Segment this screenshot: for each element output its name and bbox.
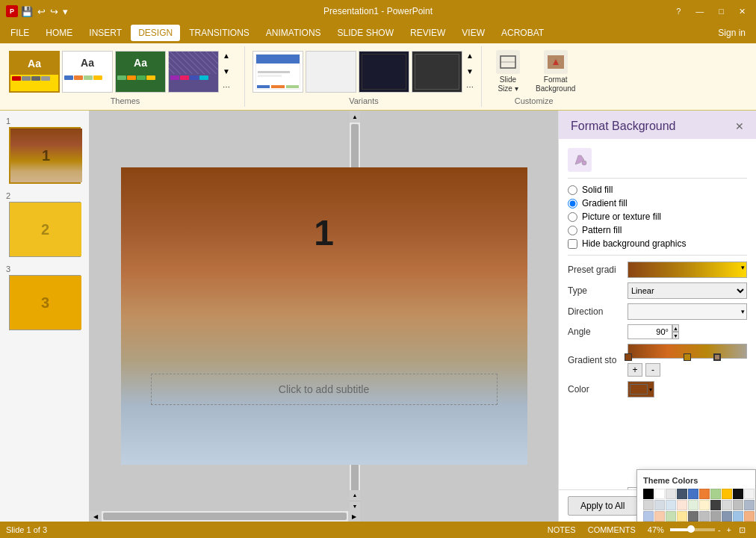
hide-graphics-checkbox[interactable] (568, 239, 577, 249)
scroll-right-button[interactable]: ▶ (348, 511, 360, 522)
gradient-fill-option[interactable]: Gradient fill (568, 198, 747, 208)
format-background-ribbon-label: FormatBackground (536, 75, 575, 93)
themes-label: Themes (9, 96, 241, 107)
gradient-stop-2[interactable] (684, 353, 691, 361)
theme-color-cell[interactable] (699, 489, 710, 489)
type-select[interactable]: Linear Radial Rectangular (628, 282, 747, 299)
add-stop-button[interactable]: + (628, 363, 642, 377)
menu-bar: FILE HOME INSERT DESIGN TRANSITIONS ANIM… (0, 22, 756, 43)
apply-button[interactable]: Apply to All (568, 496, 637, 516)
help-button[interactable]: ? (672, 5, 685, 17)
menu-slideshow[interactable]: SLIDE SHOW (330, 25, 401, 41)
format-background-icon (544, 50, 568, 74)
slide-number-3: 3 (3, 265, 86, 273)
theme-3[interactable]: Aa (115, 51, 166, 93)
angle-input[interactable] (628, 324, 672, 339)
undo-button[interactable]: ↩ (37, 6, 46, 17)
save-button[interactable]: 💾 (21, 6, 33, 17)
fit-slide-button[interactable]: ⊡ (734, 525, 750, 535)
slide-size-button[interactable]: SlideSize ▾ (489, 47, 527, 96)
variant-2[interactable] (306, 51, 356, 93)
variants-group: ▲ ▼ ⋯ Variants (247, 46, 482, 107)
theme-2[interactable]: Aa (62, 51, 113, 93)
zoom-slider[interactable] (670, 528, 715, 531)
theme-color-cell[interactable] (710, 489, 721, 489)
slide-thumbnail-1[interactable]: 1 (9, 127, 81, 184)
menu-animations[interactable]: ANIMATIONS (258, 25, 329, 41)
zoom-out-button[interactable]: - (715, 525, 724, 534)
remove-stop-button[interactable]: - (645, 363, 660, 377)
slide-number-1: 1 (3, 117, 86, 126)
menu-design[interactable]: DESIGN (131, 25, 180, 41)
scroll-corner-bottom[interactable]: ▼ (350, 501, 360, 512)
window-title: Presentation1 - PowerPoint (323, 6, 433, 16)
gradient-fill-radio[interactable] (568, 199, 577, 208)
canvas-area: ▲ ▼ ◀ ▶ ▲ ▼ 1 Click to add subtitle (90, 111, 558, 522)
gradient-stop-selected[interactable] (713, 353, 721, 361)
subtitle-placeholder[interactable]: Click to add subtitle (151, 374, 498, 405)
direction-control[interactable]: ▾ (628, 303, 747, 320)
theme-color-cell[interactable] (688, 489, 698, 489)
sign-in-button[interactable]: Sign in (710, 25, 753, 41)
notes-button[interactable]: NOTES (542, 525, 582, 534)
menu-review[interactable]: REVIEW (403, 25, 453, 41)
scroll-left-button[interactable]: ◀ (90, 511, 102, 522)
theme-color-cell[interactable] (733, 489, 743, 489)
scroll-up-button[interactable]: ▲ (350, 111, 360, 123)
close-button[interactable]: ✕ (734, 5, 750, 18)
hscroll-thumb[interactable] (103, 513, 347, 520)
slide-count: Slide 1 of 3 (6, 525, 47, 534)
gradient-fill-label: Gradient fill (582, 198, 628, 208)
pattern-fill-option[interactable]: Pattern fill (568, 225, 747, 235)
customize-quick-access-button[interactable]: ▾ (63, 6, 68, 17)
angle-label: Angle (568, 327, 628, 337)
menu-home[interactable]: HOME (38, 25, 80, 41)
slide-size-icon (496, 50, 520, 74)
theme-color-cell[interactable] (677, 489, 687, 489)
preset-gradient-label: Preset gradi (568, 265, 628, 275)
zoom-in-button[interactable]: + (724, 525, 734, 534)
themes-more-button[interactable]: ▲ ▼ ⋯ (221, 46, 232, 96)
scroll-corner-top[interactable]: ▲ (350, 490, 360, 501)
redo-button[interactable]: ↪ (50, 6, 58, 17)
variant-3[interactable] (359, 51, 409, 93)
menu-acrobat[interactable]: ACROBAT (494, 25, 551, 41)
theme-color-cell[interactable] (666, 489, 676, 489)
customize-buttons: SlideSize ▾ FormatBackground (489, 46, 578, 96)
themes-items: Aa Aa (9, 46, 241, 96)
panel-close-button[interactable]: ✕ (735, 120, 744, 132)
solid-fill-option[interactable]: Solid fill (568, 185, 747, 195)
format-background-panel: Format Background ✕ Solid fill (558, 111, 756, 522)
theme-color-cell[interactable] (722, 489, 732, 489)
solid-fill-radio[interactable] (568, 185, 577, 195)
menu-transitions[interactable]: TRANSITIONS (182, 25, 257, 41)
gradient-stop-1[interactable] (625, 353, 632, 361)
picture-fill-option[interactable]: Picture or texture fill (568, 211, 747, 222)
picture-fill-radio[interactable] (568, 212, 577, 222)
variant-1[interactable] (252, 51, 303, 93)
color-swatch-button[interactable]: ▾ (628, 381, 654, 398)
theme-color-cell[interactable] (654, 489, 665, 489)
slide-thumbnail-3[interactable]: 3 (9, 275, 81, 330)
theme-4[interactable] (168, 51, 219, 93)
menu-insert[interactable]: INSERT (81, 25, 129, 41)
maximize-button[interactable]: □ (714, 5, 728, 17)
menu-file[interactable]: FILE (3, 25, 37, 41)
angle-spin[interactable]: ▲ ▼ (672, 324, 679, 339)
angle-row: Angle ▲ ▼ (568, 324, 747, 339)
ribbon: Aa Aa (0, 43, 756, 111)
slide-thumbnail-2[interactable]: 2 (9, 202, 81, 257)
minimize-button[interactable]: — (691, 5, 708, 17)
format-background-ribbon-button[interactable]: FormatBackground (533, 47, 578, 96)
pattern-fill-radio[interactable] (568, 226, 577, 235)
menu-view[interactable]: VIEW (454, 25, 492, 41)
hide-graphics-option[interactable]: Hide background graphics (568, 238, 747, 249)
variants-more-button[interactable]: ▲ ▼ ⋯ (465, 46, 475, 96)
preset-gradient-control[interactable]: ▾ (628, 262, 747, 278)
variant-4[interactable] (412, 51, 462, 93)
theme-1[interactable]: Aa (9, 51, 60, 93)
theme-color-cell[interactable] (643, 489, 654, 489)
theme-color-cell[interactable] (744, 489, 755, 489)
comments-button[interactable]: COMMENTS (582, 525, 642, 534)
color-row: Color ▾ (568, 381, 747, 398)
